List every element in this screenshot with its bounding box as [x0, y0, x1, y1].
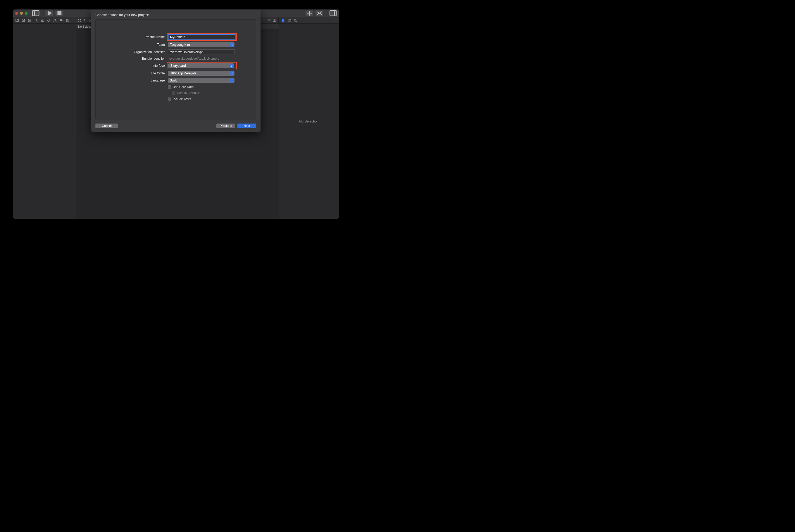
xcode-window: No Selection No Selection Choose options… [13, 10, 339, 219]
team-select-value: Taeyoung Kim [170, 43, 190, 46]
language-select-value: Swift [170, 79, 177, 82]
use-core-data-row[interactable]: Use Core Data [168, 85, 236, 89]
life-cycle-label: Life Cycle: [116, 72, 166, 75]
svg-line-14 [37, 21, 38, 22]
svg-point-31 [296, 21, 296, 21]
team-label: Team: [116, 43, 166, 46]
host-cloudkit-checkbox [172, 92, 175, 95]
help-inspector-icon[interactable] [294, 18, 298, 22]
source-control-icon[interactable] [22, 18, 25, 22]
use-core-data-label: Use Core Data [173, 85, 193, 89]
zoom-window-button[interactable] [25, 12, 27, 15]
sheet-title: Choose options for your new project: [95, 13, 256, 17]
svg-rect-11 [29, 21, 31, 22]
svg-point-13 [35, 19, 37, 21]
navigator-tabs [13, 17, 76, 23]
svg-rect-20 [78, 19, 79, 20]
navigator-panel [13, 24, 76, 219]
life-cycle-select-value: UIKit App Delegate [170, 72, 196, 75]
run-button[interactable] [45, 11, 53, 16]
editor-options-icon[interactable] [267, 18, 271, 22]
report-navigator-icon[interactable] [66, 18, 70, 22]
language-label: Language: [116, 79, 166, 82]
traffic-lights [15, 12, 27, 15]
product-name-label: Product Name: [116, 35, 166, 39]
updown-arrows-icon [230, 43, 234, 47]
org-identifier-label: Organization Identifier: [116, 50, 166, 54]
stop-button[interactable] [55, 11, 63, 16]
toggle-navigator-button[interactable] [32, 11, 40, 16]
project-navigator-icon[interactable] [15, 18, 19, 22]
interface-label: Interface: [116, 64, 166, 68]
product-name-highlight [168, 34, 236, 40]
updown-arrows-icon [230, 63, 233, 68]
related-items-icon[interactable] [78, 18, 81, 22]
language-select[interactable]: Swift [168, 78, 234, 83]
close-window-button[interactable] [15, 12, 18, 15]
adjust-editor-icon[interactable] [272, 18, 276, 22]
svg-rect-21 [80, 19, 81, 20]
updown-arrows-icon [230, 78, 234, 82]
library-button[interactable] [305, 11, 314, 16]
new-project-sheet: Choose options for your new project: Pro… [91, 10, 261, 132]
svg-rect-22 [78, 21, 79, 22]
breakpoint-navigator-icon[interactable] [59, 18, 63, 22]
life-cycle-select[interactable]: UIKit App Delegate [168, 71, 234, 76]
back-icon[interactable] [83, 18, 87, 22]
find-navigator-icon[interactable] [34, 18, 38, 22]
next-button[interactable]: Next [238, 124, 256, 128]
bundle-identifier-value: everdevel.everdevelApp.MyNameIs [168, 57, 236, 60]
interface-select-value: Storyboard [170, 64, 186, 68]
svg-rect-10 [29, 19, 31, 20]
include-tests-checkbox[interactable] [168, 97, 171, 101]
updown-arrows-icon [230, 71, 234, 75]
test-navigator-icon[interactable] [47, 18, 51, 22]
team-select[interactable]: Taeyoung Kim [168, 42, 234, 47]
file-inspector-icon[interactable] [281, 18, 285, 22]
debug-navigator-icon[interactable] [53, 18, 57, 22]
org-identifier-input[interactable] [168, 50, 234, 54]
sheet-body: Product Name: Team: Taeyoung Kim Organiz… [95, 19, 256, 120]
interface-highlight: Storyboard [168, 63, 236, 69]
issue-navigator-icon[interactable] [40, 18, 44, 22]
bundle-identifier-label: Bundle Identifier: [116, 57, 166, 60]
symbol-navigator-icon[interactable] [28, 18, 32, 22]
toggle-inspector-button[interactable] [329, 11, 337, 16]
inspector-tabs [279, 17, 339, 23]
cancel-button[interactable]: Cancel [95, 124, 118, 128]
include-tests-label: Include Tests [173, 97, 191, 101]
host-cloudkit-row: Host in CloudKit [172, 91, 236, 95]
include-tests-row[interactable]: Include Tests [168, 97, 236, 101]
previous-button[interactable]: Previous [216, 124, 235, 128]
svg-rect-0 [33, 11, 39, 16]
code-review-button[interactable] [316, 11, 323, 16]
sheet-buttons: Cancel Previous Next [95, 124, 256, 128]
use-core-data-checkbox[interactable] [168, 86, 171, 89]
svg-rect-23 [80, 21, 81, 22]
product-name-input[interactable] [168, 34, 235, 39]
history-inspector-icon[interactable] [288, 18, 291, 22]
host-cloudkit-label: Host in CloudKit [177, 91, 200, 95]
inspector-panel: No Selection [279, 24, 339, 219]
svg-rect-2 [58, 11, 61, 15]
interface-select[interactable]: Storyboard [168, 63, 234, 68]
inspector-placeholder-text: No Selection [299, 119, 319, 123]
svg-rect-5 [330, 11, 336, 16]
minimize-window-button[interactable] [20, 12, 23, 15]
project-options-form: Product Name: Team: Taeyoung Kim Organiz… [116, 34, 236, 101]
